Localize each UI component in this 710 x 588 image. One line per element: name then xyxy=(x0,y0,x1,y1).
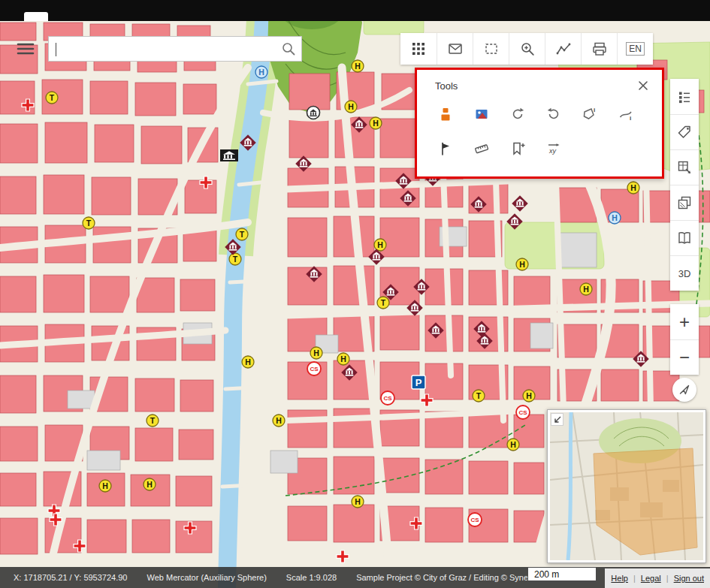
tram-stop-marker[interactable]: T xyxy=(377,297,389,309)
locate-button[interactable] xyxy=(672,378,696,402)
monument-marker[interactable] xyxy=(307,107,320,119)
atlas-button[interactable] xyxy=(670,220,699,255)
apps-grid-button[interactable] xyxy=(400,33,437,65)
status-coordinates: X: 1718705.21 / Y: 5953724.90 xyxy=(14,573,128,582)
close-icon xyxy=(637,80,649,92)
scale-bar: 200 m xyxy=(527,567,597,583)
transit-stop-blue-marker[interactable]: H xyxy=(609,212,621,224)
tram-stop-marker[interactable]: T xyxy=(147,415,159,427)
close-tools-button[interactable] xyxy=(635,77,651,94)
status-scale: Scale 1:9.028 xyxy=(286,573,337,582)
zoom-control-group: + − xyxy=(670,304,699,375)
view-3d-button[interactable]: 3D xyxy=(670,255,699,291)
svg-text:CS: CS xyxy=(310,366,319,372)
search-icon xyxy=(281,41,296,56)
signout-link[interactable]: Sign out xyxy=(674,574,704,583)
language-button[interactable]: EN xyxy=(617,33,653,65)
image-tool-button[interactable] xyxy=(464,98,500,130)
profile-measure-button[interactable] xyxy=(545,33,581,65)
tram-stop-marker[interactable]: T xyxy=(46,92,58,104)
add-bookmark-button[interactable] xyxy=(500,133,536,164)
redo-arrow-button[interactable] xyxy=(500,98,536,130)
undo-arrow-button[interactable] xyxy=(536,98,572,130)
bus-stop-marker[interactable]: H xyxy=(627,182,639,194)
carsharing-marker[interactable]: CS xyxy=(381,391,394,405)
zoom-in-magnifier-icon xyxy=(519,41,536,57)
svg-text:T: T xyxy=(50,93,55,102)
carsharing-marker[interactable]: CS xyxy=(516,406,530,419)
svg-text:H: H xyxy=(583,285,589,294)
zoom-tool-button[interactable] xyxy=(509,33,545,65)
svg-text:H: H xyxy=(519,260,525,269)
bus-stop-marker[interactable]: H xyxy=(370,117,382,129)
bus-stop-marker[interactable]: H xyxy=(523,390,535,402)
bus-stop-marker[interactable]: H xyxy=(242,356,254,368)
search-input[interactable] xyxy=(49,44,276,55)
svg-text:H: H xyxy=(258,68,264,77)
svg-text:T: T xyxy=(240,230,245,239)
bus-stop-marker[interactable]: H xyxy=(516,258,528,270)
help-link[interactable]: Help xyxy=(611,574,628,583)
bus-stop-marker[interactable]: H xyxy=(352,496,364,508)
bus-stop-marker[interactable]: H xyxy=(352,60,364,72)
hamburger-icon xyxy=(17,41,35,56)
zoom-out-button[interactable]: − xyxy=(670,339,699,375)
svg-text:CS: CS xyxy=(470,517,479,523)
parking-marker[interactable]: P xyxy=(412,375,425,389)
apps-grid-icon xyxy=(410,41,427,57)
menu-button[interactable] xyxy=(15,38,36,59)
bus-stop-marker[interactable]: H xyxy=(580,283,592,295)
bus-stop-marker[interactable]: H xyxy=(144,478,156,490)
labels-button[interactable] xyxy=(670,114,699,149)
redlining-icon xyxy=(437,106,454,122)
status-projection: Web Mercator (Auxiliary Sphere) xyxy=(147,573,267,582)
coordinates-button[interactable]: xy xyxy=(536,133,572,164)
svg-text:H: H xyxy=(245,357,251,366)
print-icon xyxy=(591,41,608,57)
bus-stop-marker[interactable]: H xyxy=(345,101,357,113)
legend-list-icon xyxy=(676,89,693,105)
tram-stop-marker[interactable]: T xyxy=(229,253,241,265)
svg-text:H: H xyxy=(313,348,319,357)
zoom-in-label: + xyxy=(679,312,690,333)
tram-stop-marker[interactable]: T xyxy=(83,217,95,229)
bus-stop-marker[interactable]: H xyxy=(507,439,519,451)
zoom-in-button[interactable]: + xyxy=(670,304,699,339)
bus-stop-marker[interactable]: H xyxy=(337,353,349,365)
svg-text:T: T xyxy=(86,219,92,228)
flag-marker-button[interactable] xyxy=(428,133,464,164)
circular-arrow-left-icon xyxy=(545,106,562,122)
footer-links: Help| Legal| Sign out xyxy=(605,568,710,588)
svg-text:CS: CS xyxy=(518,409,527,416)
image-icon xyxy=(473,106,490,122)
mail-icon xyxy=(447,41,464,57)
select-rectangle-button[interactable] xyxy=(473,33,509,65)
bus-stop-marker[interactable]: H xyxy=(310,347,322,359)
collapse-overview-button[interactable] xyxy=(551,413,563,426)
legal-link[interactable]: Legal xyxy=(641,574,661,583)
bus-stop-marker[interactable]: H xyxy=(273,415,285,427)
line-info-button[interactable]: i xyxy=(608,98,644,130)
search-button[interactable] xyxy=(276,41,301,56)
transit-stop-blue-marker[interactable]: H xyxy=(255,66,267,78)
measure-ruler-button[interactable] xyxy=(464,133,500,164)
mail-button[interactable] xyxy=(437,33,473,65)
svg-text:H: H xyxy=(612,213,618,222)
carsharing-marker[interactable]: CS xyxy=(468,513,482,526)
print-button[interactable] xyxy=(581,33,617,65)
selection-table-button[interactable] xyxy=(670,149,699,185)
redlining-button[interactable] xyxy=(428,98,464,130)
carsharing-marker[interactable]: CS xyxy=(307,362,321,375)
layers-button[interactable] xyxy=(670,185,699,220)
tram-stop-marker[interactable]: T xyxy=(236,228,248,240)
overview-map[interactable] xyxy=(547,409,706,563)
flag-icon xyxy=(437,140,454,157)
status-copyright: Sample Project © City of Graz / Editing … xyxy=(356,573,554,582)
museum-banner-marker[interactable] xyxy=(220,149,238,161)
bus-stop-marker[interactable]: H xyxy=(99,480,111,492)
legend-button[interactable] xyxy=(670,79,699,114)
xy-coordinates-icon: xy xyxy=(545,140,562,157)
bus-stop-marker[interactable]: H xyxy=(374,239,386,251)
tram-stop-marker[interactable]: T xyxy=(473,390,485,402)
polygon-info-button[interactable]: i xyxy=(572,98,608,130)
